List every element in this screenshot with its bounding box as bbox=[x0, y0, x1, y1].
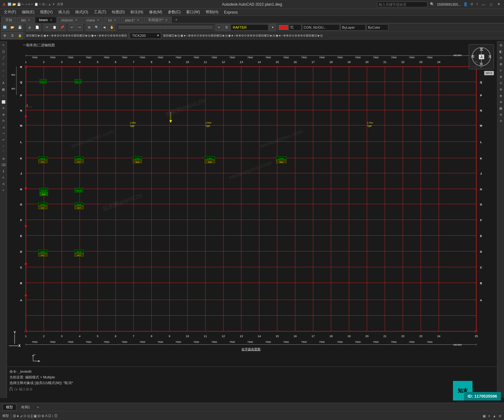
tab-beam[interactable]: beam ✕ bbox=[35, 17, 56, 23]
tb-cut[interactable]: ✂ bbox=[43, 24, 50, 31]
sb-customiz[interactable]: ⊘ bbox=[499, 414, 501, 418]
color-box[interactable] bbox=[279, 25, 288, 30]
tb-paste[interactable]: 📌 bbox=[59, 24, 66, 31]
search-input[interactable] bbox=[377, 2, 427, 7]
tab-plan1[interactable]: plan1* ✕ bbox=[121, 17, 143, 23]
menu-format[interactable]: 格式(O) bbox=[73, 9, 91, 15]
statusbar-model-tab[interactable]: 模型 bbox=[3, 404, 16, 411]
tab-crane[interactable]: crane ✕ bbox=[82, 17, 104, 23]
rs-icon-11[interactable]: ▦ bbox=[498, 105, 504, 111]
sb-snap-toggle[interactable]: ● bbox=[17, 414, 19, 418]
sidebar-properties-icon[interactable]: ℹ bbox=[1, 168, 6, 174]
rs-icon-7[interactable]: ⊙ bbox=[498, 80, 504, 86]
menu-file[interactable]: 文件(F) bbox=[1, 9, 19, 15]
menu-tools[interactable]: 工具(T) bbox=[91, 9, 109, 15]
rs-icon-5[interactable]: ≡ bbox=[498, 67, 504, 73]
settings-icon[interactable]: ⚙ bbox=[470, 2, 473, 6]
sidebar-dim-icon[interactable]: ↔ bbox=[1, 93, 6, 98]
tb-save[interactable]: 💾 bbox=[16, 24, 23, 31]
tab-design[interactable]: 车间设计* ✕ bbox=[144, 17, 172, 23]
menu-express[interactable]: Express bbox=[221, 9, 240, 15]
rs-icon-8[interactable]: ⊗ bbox=[498, 86, 504, 92]
menu-annotate[interactable]: 标注(N) bbox=[128, 9, 146, 15]
sidebar-mirror-icon[interactable]: ⊣ bbox=[1, 130, 6, 136]
tb-pan[interactable]: ✋ bbox=[108, 24, 115, 31]
sb-trans-toggle[interactable]: ⊕ bbox=[41, 414, 44, 418]
cmd-input-field[interactable] bbox=[19, 387, 495, 391]
sb-dynin-toggle[interactable]: ▣ bbox=[33, 414, 37, 418]
sidebar-block-icon[interactable]: ⬜ bbox=[1, 99, 6, 105]
help-icon[interactable]: ? bbox=[476, 3, 478, 6]
rs-icon-4[interactable]: ⊠ bbox=[498, 61, 504, 67]
tb-undo[interactable]: ↩ bbox=[68, 24, 75, 31]
tb-zoom-window[interactable]: ⊞ bbox=[86, 24, 93, 31]
tb-preview[interactable]: 📄 bbox=[34, 24, 41, 31]
tab-txt[interactable]: txt ✕ bbox=[104, 17, 120, 23]
sb-osnap-toggle[interactable]: ◎ bbox=[27, 414, 30, 418]
rs-icon-13[interactable]: ⊝ bbox=[498, 118, 504, 124]
tab-clolumn-close[interactable]: ✕ bbox=[75, 18, 77, 22]
layer-dropdown[interactable]: RAFTER bbox=[231, 24, 268, 31]
tab-start[interactable]: 开始 bbox=[1, 17, 16, 23]
close-button[interactable]: ✕ bbox=[496, 2, 501, 6]
tab-add-button[interactable]: + bbox=[172, 16, 180, 23]
sb-ws-toggle[interactable]: ↕ bbox=[52, 414, 54, 418]
sb-zoom-out[interactable]: ≡ bbox=[488, 414, 490, 418]
tb-zoom-realtime[interactable]: 🔍 bbox=[93, 24, 100, 31]
menu-draw[interactable]: 绘图(D) bbox=[109, 9, 127, 15]
layer-dropdown-btn[interactable]: ▾ bbox=[269, 24, 276, 31]
cmd-input-row[interactable]: ⎛⎝ □- bbox=[9, 387, 495, 391]
statusbar-layout1-tab[interactable]: 布局1 bbox=[18, 404, 33, 411]
tick-dropdown[interactable]: TICK200 ▾ bbox=[130, 32, 161, 39]
sb-grid-toggle[interactable]: ⊞ bbox=[13, 414, 16, 418]
tb-new[interactable]: 🆕 bbox=[1, 24, 8, 31]
menu-insert[interactable]: 插入(I) bbox=[56, 9, 72, 15]
menu-params[interactable]: 参数(C) bbox=[165, 9, 183, 15]
minimize-button[interactable]: — bbox=[480, 3, 486, 6]
sb-sel-toggle[interactable]: A bbox=[45, 414, 48, 418]
rs-icon-9[interactable]: ◈ bbox=[498, 93, 504, 98]
sidebar-copy-icon[interactable]: ⊕ bbox=[1, 112, 6, 117]
sidebar-circle-icon[interactable]: ○ bbox=[1, 67, 6, 73]
sb-polar-toggle[interactable]: ⊙ bbox=[23, 414, 26, 418]
menu-view[interactable]: 视图(V) bbox=[37, 9, 55, 15]
sb-ortho-toggle[interactable]: ⊿ bbox=[20, 414, 23, 418]
tab-crane-close[interactable]: ✕ bbox=[97, 18, 99, 22]
canvas-area[interactable]: 一期库房|二进轴线图 www.znzmo.com 知末网WWW.ZN www.z… bbox=[7, 41, 497, 366]
sidebar-select-icon[interactable]: ⊡ bbox=[1, 49, 6, 54]
sidebar-rect-icon[interactable]: □ bbox=[1, 61, 6, 67]
tb-copy[interactable]: 📋 bbox=[51, 24, 58, 31]
menu-edit[interactable]: 编辑(E) bbox=[19, 9, 37, 15]
sb-zoom-in[interactable]: ▣ bbox=[483, 414, 486, 418]
tab-clolumn[interactable]: clolumn ✕ bbox=[57, 17, 82, 23]
tab-txt-close[interactable]: ✕ bbox=[114, 18, 116, 22]
menu-help[interactable]: 帮助(H) bbox=[203, 9, 221, 15]
rs-icon-6[interactable]: ⊕ bbox=[498, 74, 504, 79]
rs-icon-2[interactable]: ◧ bbox=[498, 49, 504, 54]
layer-manager-btn[interactable]: ≡ bbox=[215, 24, 222, 31]
sidebar-erase-icon[interactable]: ⌫ bbox=[1, 162, 6, 168]
tab-bbt-close[interactable]: ✕ bbox=[28, 18, 30, 22]
rs-icon-3[interactable]: ⊟ bbox=[498, 55, 504, 60]
tb-r2-1[interactable]: ⊞ bbox=[1, 32, 8, 39]
sidebar-extend-icon[interactable]: ↕ bbox=[1, 143, 6, 149]
sidebar-snap-icon[interactable]: ⊙ bbox=[1, 181, 6, 187]
sb-anno-toggle[interactable]: Ω bbox=[48, 414, 51, 418]
sidebar-layers-icon[interactable]: ≡ bbox=[1, 175, 6, 180]
sb-lweight-toggle[interactable]: ⊟ bbox=[37, 414, 41, 418]
sidebar-cursor-icon[interactable]: ↖ bbox=[1, 42, 6, 48]
rs-icon-1[interactable]: ⊞ bbox=[498, 42, 504, 48]
sidebar-fillet-icon[interactable]: ⌒ bbox=[1, 149, 6, 155]
layer-state-btn[interactable]: ☰ bbox=[223, 24, 230, 31]
sidebar-move-icon[interactable]: ✛ bbox=[1, 105, 6, 111]
tb-redo[interactable]: ↪ bbox=[76, 24, 83, 31]
search-icon[interactable]: 🔍 bbox=[430, 2, 434, 6]
menu-window[interactable]: 窗口(W) bbox=[184, 9, 202, 15]
sb-fullscreen[interactable]: ▲ bbox=[493, 414, 496, 418]
statusbar-add-layout[interactable]: + bbox=[35, 404, 41, 410]
tab-bbt[interactable]: bbt ✕ bbox=[17, 17, 34, 23]
tb-r2-3[interactable]: 🔒 bbox=[16, 32, 23, 39]
color-dropdown[interactable]: 红 bbox=[289, 24, 301, 31]
sb-otrack-toggle[interactable]: ∥ bbox=[31, 414, 33, 418]
sidebar-scale-icon[interactable]: ⊿ bbox=[1, 124, 6, 130]
